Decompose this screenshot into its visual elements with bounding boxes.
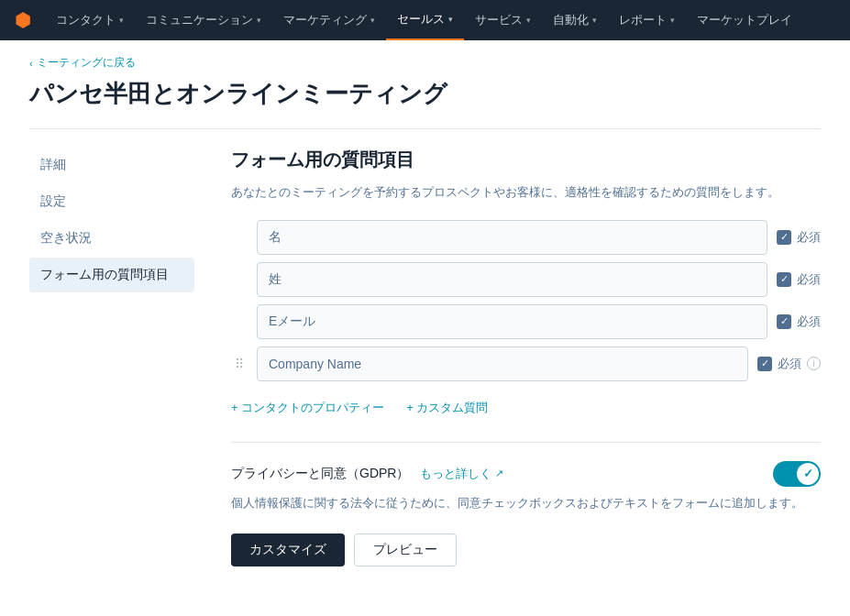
- sidebar-item-form-questions[interactable]: フォーム用の質問項目: [29, 258, 194, 292]
- chevron-down-icon: ▾: [257, 16, 261, 25]
- title-divider: [29, 128, 821, 129]
- top-navigation: ⬢ コンタクト ▾ コミュニケーション ▾ マーケティング ▾ セールス ▾ サ…: [0, 0, 850, 40]
- main-layout: 詳細 設定 空き状況 フォーム用の質問項目 フォーム用の質問項目 あなたとのミー…: [29, 148, 821, 566]
- breadcrumb[interactable]: ‹ ミーティングに戻る: [29, 55, 821, 71]
- content-area: フォーム用の質問項目 あなたとのミーティングを予約するプロスペクトやお客様に、適…: [194, 148, 821, 566]
- preview-button[interactable]: プレビュー: [354, 534, 457, 566]
- required-block-company: 必須 i: [757, 356, 821, 372]
- nav-item-automation[interactable]: 自動化 ▾: [542, 0, 608, 40]
- required-label: 必須: [797, 314, 821, 330]
- required-checkbox-last-name[interactable]: [777, 272, 791, 287]
- required-block-last-name: 必須: [777, 271, 821, 288]
- field-row-last-name: ⠿ 必須: [231, 262, 821, 297]
- required-block-email: 必須: [777, 314, 821, 330]
- email-field[interactable]: [257, 304, 767, 339]
- required-label: 必須: [797, 271, 821, 288]
- sidebar-item-settings[interactable]: 設定: [29, 184, 194, 219]
- action-buttons: カスタマイズ プレビュー: [231, 534, 821, 566]
- chevron-down-icon: ▾: [448, 15, 453, 24]
- chevron-down-icon: ▾: [119, 16, 124, 25]
- nav-item-report[interactable]: レポート ▾: [608, 0, 686, 40]
- breadcrumb-label: ミーティングに戻る: [37, 55, 136, 71]
- section-description: あなたとのミーティングを予約するプロスペクトやお客様に、適格性を確認するための質…: [231, 183, 821, 202]
- sidebar: 詳細 設定 空き状況 フォーム用の質問項目: [29, 148, 194, 566]
- nav-item-marketplace[interactable]: マーケットプレイ: [686, 0, 803, 40]
- add-custom-question-link[interactable]: + カスタム質問: [406, 400, 488, 416]
- sidebar-item-details[interactable]: 詳細: [29, 148, 194, 182]
- add-contact-property-link[interactable]: + コンタクトのプロパティー: [231, 400, 384, 416]
- section-title: フォーム用の質問項目: [231, 148, 821, 172]
- nav-item-sales[interactable]: セールス ▾: [386, 0, 464, 40]
- nav-menu: コンタクト ▾ コミュニケーション ▾ マーケティング ▾ セールス ▾ サービ…: [45, 0, 803, 40]
- last-name-field[interactable]: [257, 262, 767, 297]
- chevron-down-icon: ▾: [592, 16, 597, 25]
- sidebar-item-availability[interactable]: 空き状況: [29, 221, 194, 256]
- company-name-field[interactable]: [257, 346, 748, 381]
- section-divider: [231, 442, 821, 443]
- page-container: ‹ ミーティングに戻る パンセ半田とオンラインミーティング 詳細 設定 空き状況…: [0, 40, 850, 596]
- field-row-first-name: ⠿ 必須: [231, 220, 821, 255]
- chevron-down-icon: ▾: [670, 16, 675, 25]
- required-checkbox-email[interactable]: [777, 314, 791, 329]
- field-row-company: ⠿ 必須 i: [231, 346, 821, 381]
- privacy-description: 個人情報保護に関する法令に従うために、同意チェックボックスおよびテキストをフォー…: [231, 494, 821, 512]
- first-name-field[interactable]: [257, 220, 767, 255]
- customize-button[interactable]: カスタマイズ: [231, 534, 345, 566]
- chevron-down-icon: ▾: [370, 16, 375, 25]
- form-fields-list: ⠿ 必須 ⠿ 必須: [231, 220, 821, 381]
- external-link-icon: ↗: [495, 468, 503, 479]
- nav-item-service[interactable]: サービス ▾: [464, 0, 542, 40]
- page-title: パンセ半田とオンラインミーティング: [29, 78, 821, 110]
- hubspot-logo: ⬢: [15, 9, 30, 31]
- field-row-email: ⠿ 必須: [231, 304, 821, 339]
- required-checkbox-company[interactable]: [757, 357, 772, 371]
- drag-handle-company[interactable]: ⠿: [231, 357, 248, 371]
- privacy-more-link[interactable]: もっと詳しく ↗: [420, 466, 503, 482]
- add-links: + コンタクトのプロパティー + カスタム質問: [231, 400, 821, 416]
- required-checkbox-first-name[interactable]: [777, 230, 791, 245]
- nav-item-marketing[interactable]: マーケティング ▾: [272, 0, 386, 40]
- chevron-down-icon: ▾: [526, 16, 531, 25]
- toggle-check-icon: ✓: [803, 467, 813, 480]
- required-block-first-name: 必須: [777, 229, 821, 246]
- privacy-toggle[interactable]: ✓: [773, 461, 821, 487]
- required-label: 必須: [778, 356, 801, 372]
- nav-item-communication[interactable]: コミュニケーション ▾: [135, 0, 272, 40]
- info-icon[interactable]: i: [807, 357, 821, 370]
- required-label: 必須: [797, 229, 821, 246]
- privacy-section: プライバシーと同意（GDPR） もっと詳しく ↗ ✓ 個人情報保護に関する法令に…: [231, 461, 821, 512]
- nav-item-contact[interactable]: コンタクト ▾: [45, 0, 135, 40]
- back-arrow-icon: ‹: [29, 58, 33, 69]
- privacy-header: プライバシーと同意（GDPR） もっと詳しく ↗ ✓: [231, 461, 821, 487]
- privacy-title: プライバシーと同意（GDPR）: [231, 466, 409, 482]
- toggle-knob: ✓: [797, 463, 819, 485]
